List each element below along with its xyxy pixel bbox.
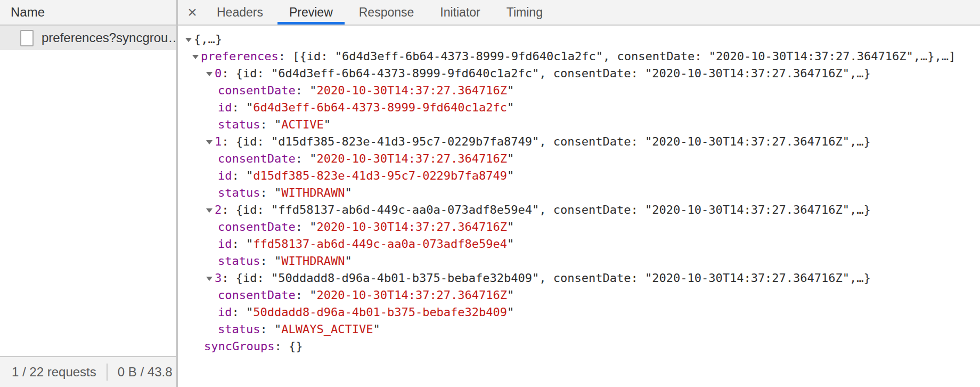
json-plain-text: " <box>507 220 514 233</box>
tree-row[interactable]: status: "WITHDRAWN" <box>178 253 980 270</box>
tree-row[interactable]: id: "50ddadd8-d96a-4b01-b375-bebafe32b40… <box>178 304 980 321</box>
json-plain-text: : " <box>296 220 317 233</box>
close-icon: × <box>187 3 197 21</box>
json-plain-text: " <box>324 118 331 131</box>
tree-row[interactable]: id: "ffd58137-ab6d-449c-aa0a-073adf8e59e… <box>178 236 980 253</box>
request-list-empty-area <box>0 50 176 356</box>
json-plain-text: : " <box>260 322 281 336</box>
tree-row[interactable]: 0: {id: "6d4d3eff-6b64-4373-8999-9fd640c… <box>178 65 980 82</box>
name-column-header[interactable]: Name <box>0 0 176 26</box>
json-plain-text: : " <box>260 118 281 131</box>
json-string-value: 6d4d3eff-6b64-4373-8999-9fd640c1a2fc <box>253 101 507 114</box>
json-key: consentDate <box>218 84 296 97</box>
expand-arrow-icon[interactable] <box>206 140 213 144</box>
tree-row[interactable]: consentDate: "2020-10-30T14:37:27.364716… <box>178 287 980 304</box>
json-plain-text: " <box>507 84 514 97</box>
tree-row[interactable]: id: "6d4d3eff-6b64-4373-8999-9fd640c1a2f… <box>178 99 980 116</box>
tree-row[interactable]: {,…} <box>178 31 980 48</box>
json-plain-text: : {} <box>274 340 303 353</box>
json-plain-text: : " <box>296 288 317 302</box>
json-plain-text: : " <box>260 254 281 268</box>
json-string-value: 2020-10-30T14:37:27.364716Z <box>316 220 507 233</box>
json-string-value: 2020-10-30T14:37:27.364716Z <box>316 84 507 97</box>
tab-initiator[interactable]: Initiator <box>428 0 492 25</box>
request-name-label: preferences?syncgrou… <box>42 30 176 45</box>
json-key: id <box>218 169 232 182</box>
tree-row[interactable]: consentDate: "2020-10-30T14:37:27.364716… <box>178 82 980 99</box>
json-string-value: 2020-10-30T14:37:27.364716Z <box>316 152 507 165</box>
json-plain-text: : " <box>260 186 281 199</box>
tab-response[interactable]: Response <box>347 0 426 25</box>
close-detail-button[interactable]: × <box>182 0 202 25</box>
tab-headers[interactable]: Headers <box>205 0 275 25</box>
tree-row[interactable]: 1: {id: "d15df385-823e-41d3-95c7-0229b7f… <box>178 133 980 150</box>
tab-preview[interactable]: Preview <box>277 0 345 25</box>
json-string-value: WITHDRAWN <box>281 254 345 268</box>
json-string-value: ACTIVE <box>281 118 323 131</box>
tree-row[interactable]: status: "WITHDRAWN" <box>178 184 980 201</box>
json-key: 0 <box>215 67 222 80</box>
transfer-size-label: 0 B / 43.8 <box>118 365 173 380</box>
json-key: consentDate <box>218 288 296 302</box>
json-plain-text: " <box>507 169 514 182</box>
json-key: preferences <box>201 50 279 63</box>
json-plain-text: " <box>345 186 352 199</box>
json-key: 2 <box>215 203 222 216</box>
json-plain-text: : " <box>296 84 317 97</box>
json-string-value: WITHDRAWN <box>281 186 345 199</box>
tab-timing[interactable]: Timing <box>495 0 554 25</box>
json-string-value: d15df385-823e-41d3-95c7-0229b7fa8749 <box>253 169 507 182</box>
json-plain-text: : " <box>232 101 254 114</box>
preview-json-tree: {,…}preferences: [{id: "6d4d3eff-6b64-43… <box>178 26 980 387</box>
tree-row[interactable]: consentDate: "2020-10-30T14:37:27.364716… <box>178 150 980 167</box>
tree-row[interactable]: 2: {id: "ffd58137-ab6d-449c-aa0a-073adf8… <box>178 201 980 219</box>
json-key: consentDate <box>218 220 296 233</box>
json-key: consentDate <box>218 152 296 165</box>
json-plain-text: : {id: "d15df385-823e-41d3-95c7-0229b7fa… <box>222 135 871 148</box>
json-plain-text: {,…} <box>194 33 222 46</box>
json-plain-text: " <box>507 101 514 114</box>
json-key: id <box>218 237 232 251</box>
tree-row[interactable]: id: "d15df385-823e-41d3-95c7-0229b7fa874… <box>178 167 980 184</box>
json-plain-text: : " <box>296 152 317 165</box>
tree-row[interactable]: status: "ACTIVE" <box>178 116 980 133</box>
request-detail-pane: × HeadersPreviewResponseInitiatorTiming … <box>178 0 980 387</box>
request-row-preferences[interactable]: preferences?syncgrou… <box>0 26 176 50</box>
json-plain-text: " <box>507 288 514 302</box>
file-icon <box>20 30 34 46</box>
json-plain-text: " <box>345 254 352 268</box>
json-key: id <box>218 305 232 319</box>
json-key: status <box>218 118 260 131</box>
name-column-label: Name <box>11 5 45 20</box>
json-plain-text: : [{id: "6d4d3eff-6b64-4373-8999-9fd640c… <box>279 50 956 63</box>
expand-arrow-icon[interactable] <box>185 38 192 42</box>
json-key: syncGroups <box>204 340 274 353</box>
detail-tab-bar: × HeadersPreviewResponseInitiatorTiming <box>178 0 980 26</box>
tree-row[interactable]: 3: {id: "50ddadd8-d96a-4b01-b375-bebafe3… <box>178 270 980 287</box>
json-key: status <box>218 254 260 268</box>
json-plain-text: " <box>507 152 514 165</box>
expand-arrow-icon[interactable] <box>206 208 213 213</box>
expand-arrow-icon[interactable] <box>206 72 213 76</box>
json-plain-text: : " <box>232 305 254 319</box>
json-plain-text: : " <box>232 169 254 182</box>
tree-row[interactable]: preferences: [{id: "6d4d3eff-6b64-4373-8… <box>178 48 980 65</box>
network-status-bar: 1 / 22 requests 0 B / 43.8 <box>0 356 176 387</box>
json-string-value: 2020-10-30T14:37:27.364716Z <box>316 288 507 302</box>
json-key: id <box>218 101 232 114</box>
json-plain-text: : {id: "ffd58137-ab6d-449c-aa0a-073adf8e… <box>222 203 871 216</box>
json-key: 1 <box>215 135 222 148</box>
json-plain-text: : " <box>232 237 254 251</box>
json-string-value: 50ddadd8-d96a-4b01-b375-bebafe32b409 <box>253 305 507 319</box>
json-plain-text: " <box>507 305 514 319</box>
json-plain-text: " <box>507 237 514 251</box>
tree-row[interactable]: consentDate: "2020-10-30T14:37:27.364716… <box>178 219 980 236</box>
request-list-pane: Name preferences?syncgrou… 1 / 22 reques… <box>0 0 178 387</box>
json-string-value: ffd58137-ab6d-449c-aa0a-073adf8e59e4 <box>253 237 507 251</box>
expand-arrow-icon[interactable] <box>192 55 199 59</box>
tree-row[interactable]: syncGroups: {} <box>178 338 980 355</box>
tree-row[interactable]: status: "ALWAYS_ACTIVE" <box>178 321 980 338</box>
status-bar-divider <box>107 364 108 381</box>
expand-arrow-icon[interactable] <box>206 277 213 281</box>
json-key: status <box>218 322 260 336</box>
